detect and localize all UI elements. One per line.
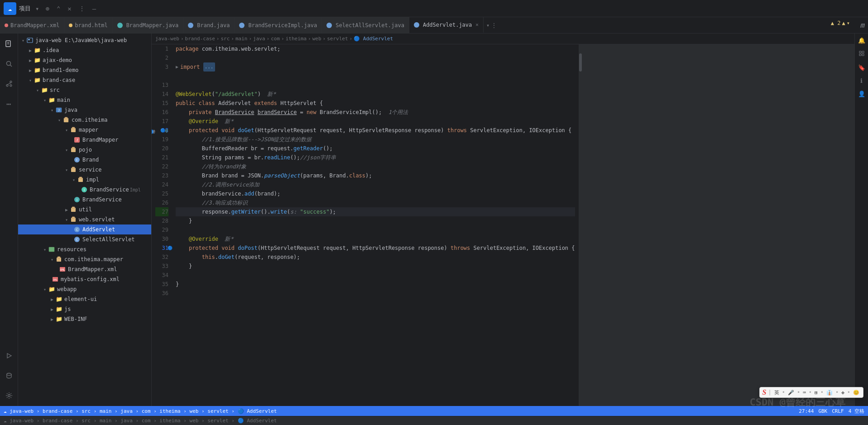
ime-mic-btn[interactable]: 🎤 — [787, 390, 795, 396]
ime-star-btn[interactable]: ✤ — [840, 390, 845, 396]
notifications-icon[interactable]: 🔔 — [858, 37, 865, 44]
tree-item-src[interactable]: ▾ 📁 src — [18, 85, 151, 95]
tab-brandserviceimpl-java[interactable]: BrandServiceImpl.java — [235, 17, 322, 33]
breadcrumb-item[interactable]: src — [221, 36, 230, 42]
tabs-overflow-button[interactable]: ▾ ⋮ — [484, 17, 499, 33]
tree-item-element-ui[interactable]: ▶ 📁 element-ui — [18, 294, 151, 304]
breadcrumb-sep: › — [249, 36, 252, 42]
info-icon[interactable]: ℹ — [860, 77, 863, 84]
tree-item-addservlet[interactable]: C AddServlet — [18, 224, 151, 234]
breadcrumb-item[interactable]: brand-case — [185, 36, 215, 42]
tree-item-ajax-demo[interactable]: ▶ 📁 ajax-demo — [18, 55, 151, 65]
code-content[interactable]: package com.itheima.web.servlet; ▶ impor… — [172, 44, 579, 406]
tree-item-brandmapper[interactable]: I BrandMapper — [18, 135, 151, 145]
plugin-icon[interactable] — [858, 50, 865, 58]
tree-item-web-servlet[interactable]: ▾ web.servlet — [18, 215, 151, 224]
svg-text:C: C — [76, 238, 78, 242]
fold-tag[interactable]: ... — [203, 62, 215, 72]
ime-sep: • — [820, 389, 824, 396]
tree-item-mybatis-config[interactable]: XML mybatis-config.xml — [18, 274, 151, 284]
tree-item-com-itheima[interactable]: ▾ com.itheima — [18, 115, 151, 125]
tree-item-mapper[interactable]: ▾ mapper — [18, 125, 151, 135]
code-area[interactable]: 1 2 3 13 14 15 16 17 18 🔵 @ 19 20 21 22 … — [152, 44, 854, 406]
scrollbar-track[interactable] — [579, 44, 854, 406]
tree-item-brandservice[interactable]: I BrandService — [18, 195, 151, 205]
sidebar-icon-files[interactable] — [2, 37, 16, 51]
tree-item-brandmapper-xml[interactable]: XML BrandMapper.xml — [18, 264, 151, 274]
expand-icon[interactable]: ▲ — [842, 20, 845, 26]
tree-item-web-inf[interactable]: ▶ 📁 WEB-INF — [18, 314, 151, 324]
run-icon[interactable]: ⌃ — [55, 4, 62, 13]
ime-shirt-btn[interactable]: 👔 — [825, 390, 834, 396]
app-icon[interactable]: ☁ — [4, 2, 16, 15]
status-line-sep[interactable]: CRLF — [832, 408, 844, 414]
tree-item-brand-case[interactable]: ▾ 📁 brand-case — [18, 75, 151, 85]
tab-brandmapper-java[interactable]: BrandMapper.java — [113, 17, 184, 33]
breadcrumb-item[interactable]: com — [271, 36, 280, 42]
code-line — [176, 271, 575, 280]
more-icon[interactable]: ⋮ — [77, 4, 87, 13]
tree-item-impl[interactable]: ▾ impl — [18, 175, 151, 185]
close-icon[interactable]: ✕ — [66, 4, 73, 13]
sidebar-icon-search[interactable] — [2, 57, 16, 71]
scrollbar-thumb[interactable] — [579, 53, 582, 72]
status-encoding[interactable]: GBK — [818, 408, 827, 414]
chevron-down-icon[interactable]: ▾ — [34, 4, 41, 13]
tree-item-selectallservlet[interactable]: C SelectAllServlet — [18, 234, 151, 244]
sidebar-icon-run[interactable] — [2, 349, 16, 363]
ime-keyboard-btn[interactable]: ⌨ — [802, 390, 807, 396]
tab-brandmapper-xml[interactable]: BrandMapper.xml — [0, 17, 64, 33]
breadcrumb-item[interactable]: java-web — [155, 36, 179, 42]
tree-item-java[interactable]: ▾ J java — [18, 105, 151, 115]
svg-point-11 — [8, 395, 10, 397]
tab-label: BrandMapper.java — [126, 22, 179, 29]
status-right: 27:44 GBK CRLF 4 空格 — [799, 408, 864, 415]
ime-toolbar[interactable]: S | 英 • 🎤 • ⌨ • ⊞ • 👔 • ✤ • 😊 — [759, 387, 863, 398]
breadcrumb-item[interactable]: java — [253, 36, 265, 42]
tree-item-brand1-demo[interactable]: ▶ 📁 brand1-demo — [18, 65, 151, 75]
top-bar-left: ☁ 项目 ▾ ⊕ ⌃ ✕ ⋮ — — [4, 2, 149, 15]
ime-lang-btn[interactable]: 英 — [773, 389, 780, 396]
breadcrumb-item[interactable]: main — [235, 36, 248, 42]
tree-item-resources[interactable]: ▾ resources — [18, 244, 151, 254]
sidebar-icon-more[interactable]: ⋯ — [2, 97, 16, 110]
breadcrumb-item[interactable]: servlet — [327, 36, 348, 42]
tree-item-util[interactable]: ▶ util — [18, 205, 151, 215]
tree-item-main[interactable]: ▾ 📁 main — [18, 95, 151, 105]
m-icon[interactable]: m — [860, 21, 864, 29]
tree-item-webapp[interactable]: ▾ 📁 webapp — [18, 284, 151, 294]
sidebar-icon-settings[interactable] — [2, 389, 16, 402]
sidebar-icon-vcs[interactable] — [2, 77, 16, 91]
tab-selectallservlet-java[interactable]: SelectAllServlet.java — [322, 17, 409, 33]
tab-addservlet-java[interactable]: AddServlet.java ✕ — [409, 17, 484, 33]
tab-brand-html[interactable]: brand.html — [64, 17, 112, 33]
tree-item-brandserviceimpl[interactable]: I BrandService Impl — [18, 185, 151, 195]
svg-rect-49 — [859, 51, 861, 53]
tree-item-java-web[interactable]: ▾ java-web E:\JavaWeb\java-web — [18, 35, 151, 45]
ime-emoji-btn[interactable]: 😊 — [852, 390, 860, 396]
sidebar-icon-database[interactable] — [2, 369, 16, 382]
collapse-icon[interactable]: ▾ — [847, 20, 850, 26]
tree-item-brand[interactable]: C Brand — [18, 155, 151, 165]
tab-icon — [5, 24, 8, 27]
tree-item-idea[interactable]: ▶ 📁 .idea — [18, 45, 151, 55]
tree-item-com-itheima-mapper[interactable]: ▾ com.itheima.mapper — [18, 254, 151, 264]
ime-table-btn[interactable]: ⊞ — [814, 390, 819, 396]
contacts-icon[interactable]: 👤 — [858, 91, 865, 97]
breadcrumb-item[interactable]: web — [312, 36, 321, 42]
minimize-icon[interactable]: — — [91, 4, 98, 13]
tab-close-button[interactable]: ✕ — [475, 22, 479, 28]
add-icon[interactable]: ⊕ — [43, 4, 51, 13]
breadcrumb-item[interactable]: itheima — [286, 36, 307, 42]
tree-item-service[interactable]: ▾ service — [18, 165, 151, 175]
tree-item-pojo[interactable]: ▾ pojo — [18, 145, 151, 155]
bookmarks-icon[interactable]: 🔖 — [858, 64, 865, 71]
tree-label: WEB-INF — [64, 316, 87, 322]
fold-arrow[interactable]: ▶ — [176, 62, 178, 72]
tree-item-js[interactable]: ▶ 📁 js — [18, 304, 151, 314]
status-indent[interactable]: 4 空格 — [849, 408, 864, 415]
tree-arrow: ▾ — [42, 247, 48, 252]
tab-brand-java[interactable]: Brand.java — [183, 17, 235, 33]
tree-label: element-ui — [64, 296, 97, 302]
tree-arrow: ▾ — [63, 217, 70, 222]
